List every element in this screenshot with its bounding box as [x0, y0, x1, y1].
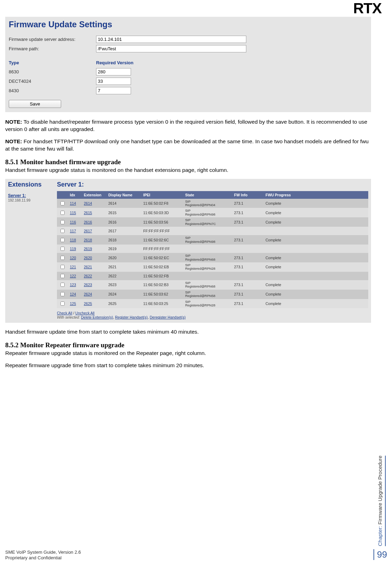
row-checkbox[interactable]: [60, 238, 65, 242]
firmware-path-input[interactable]: [96, 45, 246, 52]
row-checkbox[interactable]: [60, 256, 65, 260]
server-1-link[interactable]: Server 1:: [8, 193, 26, 198]
display-name: 2625: [106, 299, 141, 308]
extensions-footer: Check All / Uncheck All With selected: D…: [57, 311, 368, 319]
server-address-input[interactable]: [96, 36, 246, 43]
fw-info: 273.1: [232, 280, 263, 290]
table-row: 1252625262511:6E:50:03:25SIPRegistered@R…: [57, 299, 368, 308]
idx-link[interactable]: 125: [70, 301, 76, 306]
row-checkbox[interactable]: [60, 274, 65, 278]
extension-link[interactable]: 2616: [84, 220, 92, 224]
ipei-value: 11:6E:50:02:EC: [141, 253, 183, 262]
fw-info: 273.1: [232, 253, 263, 262]
row-checkbox[interactable]: [60, 229, 65, 233]
idx-link[interactable]: 124: [70, 292, 76, 296]
uncheck-all-link[interactable]: Uncheck All: [75, 311, 95, 315]
fwu-progress: [263, 227, 368, 235]
ext-th-display: Display Name: [106, 191, 141, 199]
extension-link[interactable]: 2622: [84, 274, 92, 278]
ext-th-ipei: IPEI: [141, 191, 183, 199]
footer-line-1: SME VoIP System Guide, Version 2.6: [5, 550, 81, 555]
firmware-settings-panel: Firmware Update Settings Firmware update…: [5, 17, 371, 112]
table-row: 1202620262011:6E:50:02:ECSIPRegistered@R…: [57, 253, 368, 262]
row-checkbox[interactable]: [60, 283, 65, 287]
ipei-value: 11:6E:50:02:6C: [141, 235, 183, 245]
ipei-value: 11:6E:50:03:3D: [141, 208, 183, 217]
table-row: 11926192619FF:FF:FF:FF:FF: [57, 245, 368, 253]
fwu-progress: Complete: [263, 299, 368, 308]
idx-link[interactable]: 119: [70, 247, 76, 251]
type-row: 8630: [9, 68, 368, 75]
fwu-progress: Complete: [263, 290, 368, 299]
extension-link[interactable]: 2624: [84, 292, 92, 296]
fwu-progress: [263, 245, 368, 253]
row-checkbox[interactable]: [60, 211, 65, 215]
fwu-progress: Complete: [263, 253, 368, 262]
section-852-p1: Repeater firmware upgrade status is moni…: [5, 350, 371, 357]
row-checkbox[interactable]: [60, 265, 65, 269]
row-checkbox[interactable]: [60, 201, 65, 205]
row-checkbox[interactable]: [60, 301, 65, 306]
state-value: SIPRegistered@RPN28: [185, 263, 230, 271]
ipei-value: 11:6E:50:03:62: [141, 290, 183, 299]
extensions-panel: Extensions Server 1: 192.168.11.99 Serve…: [5, 179, 371, 323]
register-handsets-link[interactable]: Register Handset(s): [115, 315, 147, 319]
extension-link[interactable]: 2625: [84, 301, 92, 306]
type-row: 8430: [9, 87, 368, 94]
extension-link[interactable]: 2623: [84, 283, 92, 287]
fw-info: [232, 245, 263, 253]
idx-link[interactable]: 120: [70, 256, 76, 260]
fw-info: 273.1: [232, 235, 263, 245]
required-version-input[interactable]: [96, 87, 131, 94]
delete-extensions-link[interactable]: Delete Extension(s): [81, 315, 113, 319]
brand-logo: RTX: [353, 0, 382, 17]
server-address-row: Firmware update server address:: [9, 36, 368, 43]
extensions-main-title: Server 1:: [57, 181, 368, 188]
row-checkbox[interactable]: [60, 247, 65, 251]
server-address-label: Firmware update server address:: [9, 37, 96, 42]
ext-th-fwuprogress: FWU Progress: [263, 191, 368, 199]
idx-link[interactable]: 118: [70, 238, 76, 242]
fw-info: 273.1: [232, 299, 263, 308]
display-name: 2621: [106, 262, 141, 272]
ipei-value: 11:6E:50:02:EB: [141, 262, 183, 272]
row-checkbox[interactable]: [60, 292, 65, 296]
idx-link[interactable]: 121: [70, 265, 76, 269]
extension-link[interactable]: 2621: [84, 265, 92, 269]
fw-info: 273.1: [232, 199, 263, 208]
table-row: 1222622262211:6E:50:02:FB: [57, 272, 368, 280]
idx-link[interactable]: 122: [70, 274, 76, 278]
state-value: SIPRegistered@RPN68: [185, 281, 230, 289]
deregister-handsets-link[interactable]: Deregister Handset(s): [150, 315, 186, 319]
display-name: 2614: [106, 199, 141, 208]
table-row: 1142614261411:6E:50:02:F8SIPRegistered@R…: [57, 199, 368, 208]
extension-link[interactable]: 2618: [84, 238, 92, 242]
idx-link[interactable]: 114: [70, 201, 76, 205]
fwu-progress: Complete: [263, 262, 368, 272]
extension-link[interactable]: 2615: [84, 211, 92, 215]
required-version-input[interactable]: [96, 78, 131, 85]
idx-link[interactable]: 116: [70, 220, 76, 224]
display-name: 2624: [106, 290, 141, 299]
save-button[interactable]: Save: [9, 100, 61, 108]
fw-info: 273.1: [232, 208, 263, 217]
ipei-value: 11:6E:50:03:56: [141, 217, 183, 227]
page-footer: SME VoIP System Guide, Version 2.6 Propr…: [5, 550, 81, 561]
idx-link[interactable]: 123: [70, 283, 76, 287]
extension-link[interactable]: 2614: [84, 201, 92, 205]
fwu-progress: [263, 272, 368, 280]
idx-link[interactable]: 115: [70, 211, 76, 215]
required-version-input[interactable]: [96, 68, 131, 75]
section-851-after: Handset firmware update time from start …: [5, 328, 371, 336]
display-name: 2623: [106, 280, 141, 290]
row-checkbox[interactable]: [60, 220, 65, 224]
firmware-path-label: Firmware path:: [9, 46, 96, 51]
extension-link[interactable]: 2620: [84, 256, 92, 260]
check-all-link[interactable]: Check All: [57, 311, 72, 315]
state-value: SIPRegistered@RPN04: [185, 200, 230, 207]
with-selected-label: With selected:: [57, 315, 80, 319]
ipei-value: 11:6E:50:02:B3: [141, 280, 183, 290]
idx-link[interactable]: 117: [70, 229, 76, 233]
extension-link[interactable]: 2617: [84, 229, 92, 233]
extension-link[interactable]: 2619: [84, 247, 92, 251]
